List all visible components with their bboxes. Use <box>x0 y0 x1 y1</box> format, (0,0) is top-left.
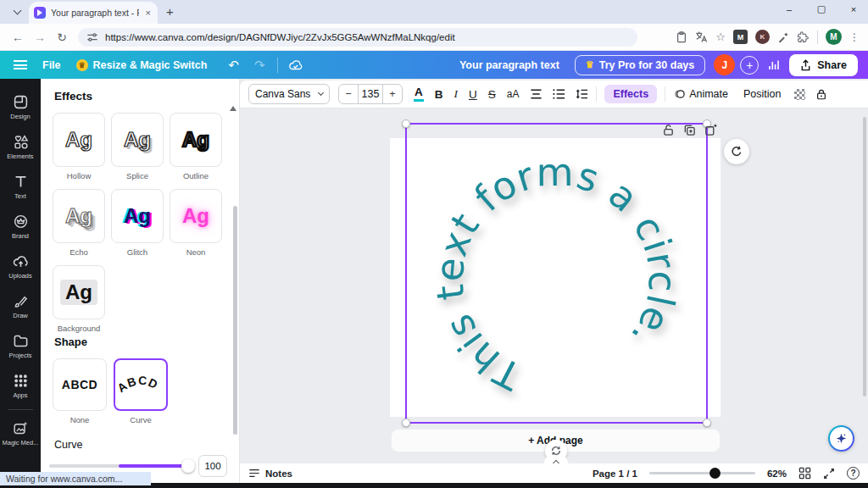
canva-editor-window: Your paragraph text - Faceboo... × + – ▢… <box>0 0 868 488</box>
scroll-up-arrow-icon[interactable] <box>230 106 236 111</box>
redo-button[interactable]: ↷ <box>254 58 265 73</box>
effects-toolbar-button[interactable]: Effects <box>604 85 657 103</box>
effect-echo[interactable]: Ag Echo <box>53 189 105 257</box>
sidebar-item-brand[interactable]: Brand <box>0 207 41 247</box>
animate-icon[interactable] <box>673 88 686 100</box>
extension-m-icon[interactable]: M <box>733 30 748 44</box>
fullscreen-icon[interactable] <box>823 468 835 480</box>
reading-list-icon[interactable] <box>676 31 687 43</box>
sidebar-item-text[interactable]: Text <box>0 167 41 207</box>
window-minimize-button[interactable]: – <box>783 4 795 14</box>
browser-profile-avatar[interactable]: M <box>826 29 842 45</box>
shape-curve[interactable]: ABCD Curve <box>114 358 168 424</box>
sidebar-item-projects[interactable]: Projects <box>0 326 41 366</box>
underline-button[interactable]: U <box>469 88 477 101</box>
effect-outline[interactable]: Ag Outline <box>170 113 222 180</box>
tab-search-button[interactable] <box>7 3 27 20</box>
strikethrough-button[interactable]: S <box>488 88 496 101</box>
font-size-increase-button[interactable]: + <box>383 85 402 103</box>
rotate-button[interactable] <box>724 139 749 164</box>
resize-handle-bottom-right[interactable] <box>703 419 711 427</box>
file-menu[interactable]: File <box>42 59 61 71</box>
browser-menu-icon[interactable]: ⋮ <box>849 31 860 43</box>
extension-k-icon[interactable]: K <box>755 30 770 44</box>
share-button[interactable]: Share <box>789 54 858 76</box>
site-settings-icon[interactable] <box>86 31 98 43</box>
unlock-icon[interactable] <box>662 124 675 136</box>
sidebar-divider <box>8 409 33 410</box>
insights-chart-icon[interactable] <box>767 58 781 71</box>
panel-scrollbar[interactable] <box>233 206 237 435</box>
zoom-slider[interactable] <box>649 472 755 474</box>
new-tab-button[interactable]: + <box>166 4 174 19</box>
page-counter[interactable]: Page 1 / 1 <box>593 469 637 479</box>
hamburger-menu-icon[interactable] <box>14 60 27 69</box>
sidebar-item-uploads[interactable]: Uploads <box>0 247 41 286</box>
sidebar-item-magic-media[interactable]: Magic Med... <box>0 413 41 453</box>
user-avatar[interactable]: J <box>714 54 735 75</box>
window-close-button[interactable]: × <box>848 4 860 14</box>
grid-view-icon[interactable] <box>798 467 811 480</box>
duplicate-icon[interactable] <box>683 124 696 136</box>
document-title[interactable]: Your paragraph text <box>459 59 559 71</box>
position-button[interactable]: Position <box>743 88 781 100</box>
italic-button[interactable]: I <box>454 87 459 101</box>
effect-background[interactable]: Ag Background <box>53 265 105 333</box>
bold-button[interactable]: B <box>435 88 443 101</box>
sidebar-item-draw[interactable]: Draw <box>0 286 41 326</box>
notes-button[interactable]: Notes <box>248 468 292 479</box>
canva-top-toolbar: File ♛ Resize & Magic Switch ↶ ↷ Your pa… <box>0 51 868 79</box>
resize-handle-bottom-left[interactable] <box>402 419 410 427</box>
elements-icon <box>13 134 29 150</box>
effect-hollow[interactable]: Ag Hollow <box>53 113 105 180</box>
shape-none[interactable]: ABCD None <box>53 358 107 424</box>
lock-icon[interactable] <box>815 88 827 101</box>
extensions-puzzle-icon[interactable] <box>797 30 810 43</box>
resize-handle-top-left[interactable] <box>402 119 410 128</box>
bullet-list-icon[interactable] <box>553 88 565 100</box>
chevron-down-icon <box>318 90 324 96</box>
effect-splice[interactable]: Ag Splice <box>111 113 164 180</box>
font-size-control: − 135 + <box>338 84 403 104</box>
zoom-slider-thumb[interactable] <box>709 468 721 479</box>
circular-text-element[interactable]: This text forms a circle. <box>390 138 721 417</box>
ai-assistant-button[interactable] <box>828 425 854 452</box>
curve-slider-thumb[interactable] <box>181 459 195 473</box>
back-button[interactable]: ← <box>7 30 29 44</box>
font-size-value[interactable]: 135 <box>358 85 383 103</box>
animate-button[interactable]: Animate <box>689 88 728 100</box>
text-align-icon[interactable] <box>530 88 542 100</box>
bookmark-star-icon[interactable]: ☆ <box>715 30 726 43</box>
zoom-percent[interactable]: 62% <box>767 469 787 479</box>
canvas-scrollbar[interactable] <box>863 117 866 396</box>
eyedropper-icon[interactable] <box>777 31 789 43</box>
sidebar-item-design[interactable]: Design <box>0 87 41 127</box>
effect-neon[interactable]: Ag Neon <box>170 189 222 257</box>
tab-title: Your paragraph text - Faceboo... <box>51 8 139 18</box>
browser-tab[interactable]: Your paragraph text - Faceboo... × <box>29 2 158 24</box>
resize-magic-switch-button[interactable]: ♛ Resize & Magic Switch <box>76 59 208 71</box>
translate-icon[interactable] <box>695 30 708 43</box>
help-button[interactable]: ? <box>847 467 860 480</box>
window-maximize-button[interactable]: ▢ <box>815 3 827 14</box>
add-member-button[interactable]: + <box>740 56 759 75</box>
try-pro-button[interactable]: ♛ Try Pro for 30 days <box>575 55 705 75</box>
line-spacing-icon[interactable] <box>576 88 588 100</box>
font-size-decrease-button[interactable]: − <box>339 85 358 103</box>
curve-value-box[interactable]: 100 <box>198 455 227 477</box>
undo-button[interactable]: ↶ <box>228 58 239 73</box>
text-case-button[interactable]: aA <box>507 88 520 100</box>
sidebar-item-elements[interactable]: Elements <box>0 127 41 167</box>
design-page[interactable]: This text forms a circle. <box>390 138 721 417</box>
url-field[interactable]: https://www.canva.com/design/DAGNfDWJiyc… <box>78 28 637 47</box>
curve-slider[interactable] <box>49 464 188 468</box>
add-page-icon[interactable] <box>704 124 717 136</box>
font-family-select[interactable]: Canva Sans <box>248 84 330 104</box>
forward-button[interactable]: → <box>29 30 51 44</box>
tab-close-button[interactable]: × <box>144 8 153 18</box>
sidebar-item-apps[interactable]: Apps <box>0 366 41 406</box>
text-color-button[interactable]: A <box>414 86 424 102</box>
reload-button[interactable]: ↻ <box>51 30 73 44</box>
transparency-icon[interactable] <box>794 89 805 100</box>
effect-glitch[interactable]: Ag Glitch <box>111 189 164 257</box>
